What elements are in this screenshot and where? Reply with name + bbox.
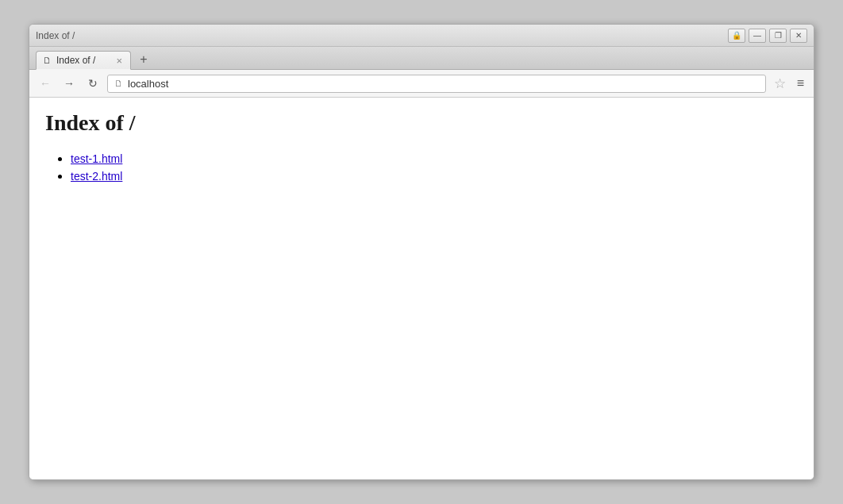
address-page-icon: 🗋 [114, 79, 123, 88]
address-bar: ← → ↻ 🗋 ☆ ≡ [29, 70, 814, 98]
lock-button[interactable]: 🔒 [728, 29, 745, 43]
close-button[interactable]: ✕ [790, 29, 807, 43]
address-input-wrap: 🗋 [107, 75, 766, 93]
tab-page-icon: 🗋 [43, 56, 52, 65]
title-bar-label: Index of / [36, 30, 75, 41]
address-input[interactable] [128, 78, 759, 90]
list-item: test-1.html [71, 152, 798, 166]
forward-button[interactable]: → [60, 74, 79, 93]
tab-bar: 🗋 Index of / × + [29, 47, 814, 70]
file-list: test-1.html test-2.html [45, 152, 798, 183]
file-link-1[interactable]: test-1.html [71, 152, 122, 165]
page-content: Index of / test-1.html test-2.html [29, 98, 814, 479]
title-bar: Index of / 🔒 — ❐ ✕ [29, 25, 814, 47]
browser-window: Index of / 🔒 — ❐ ✕ 🗋 Index of / × + ← → … [29, 24, 814, 480]
reload-button[interactable]: ↻ [83, 74, 102, 93]
window-controls: 🔒 — ❐ ✕ [728, 29, 807, 43]
tab-label: Index of / [56, 55, 95, 66]
minimize-button[interactable]: — [749, 29, 766, 43]
bookmark-button[interactable]: ☆ [771, 75, 789, 92]
list-item: test-2.html [71, 169, 798, 183]
menu-button[interactable]: ≡ [794, 76, 807, 90]
active-tab[interactable]: 🗋 Index of / × [36, 51, 131, 70]
back-button[interactable]: ← [36, 74, 55, 93]
file-link-2[interactable]: test-2.html [71, 170, 122, 183]
restore-button[interactable]: ❐ [769, 29, 787, 43]
page-title: Index of / [45, 110, 798, 136]
tab-close-button[interactable]: × [116, 56, 122, 66]
new-tab-button[interactable]: + [133, 50, 155, 69]
